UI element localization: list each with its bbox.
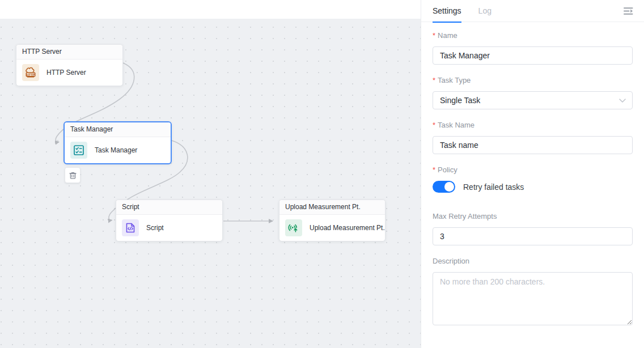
tab-log[interactable]: Log [478, 0, 492, 22]
node-label: Script [146, 224, 164, 232]
required-asterisk: * [433, 31, 435, 40]
task-type-label: *Task Type [433, 76, 633, 84]
description-label: Description [433, 257, 633, 265]
svg-text:HTTP: HTTP [27, 73, 35, 77]
settings-form: *Name *Task Type Single Task *Task Name [421, 22, 644, 348]
node-title: Task Manager [65, 122, 171, 137]
policy-label: *Policy [433, 165, 633, 174]
settings-panel: Settings Log *Name *Task Typ [421, 0, 644, 348]
required-asterisk: * [433, 121, 435, 129]
canvas-toolbar-strip [0, 0, 421, 19]
field-description: Description [433, 257, 633, 328]
node-title: Script [116, 200, 222, 215]
max-retry-attempts-label: Max Retry Attempts [433, 212, 633, 220]
field-task-type: *Task Type Single Task [433, 76, 633, 109]
field-task-name: *Task Name [433, 121, 633, 154]
trash-icon [69, 171, 77, 180]
node-label: Upload Measurement Pt. [310, 224, 385, 232]
node-http-server[interactable]: HTTP Server HTTP HTTP Server [16, 44, 123, 86]
max-retry-attempts-input[interactable] [433, 227, 633, 245]
collapse-panel-icon [624, 7, 634, 15]
node-task-manager[interactable]: Task Manager Task Manager [63, 121, 172, 164]
tab-settings[interactable]: Settings [433, 0, 461, 22]
retry-failed-tasks-label: Retry failed tasks [463, 183, 524, 192]
http-server-icon: HTTP [22, 64, 39, 81]
task-type-selected-value: Single Task [440, 96, 480, 105]
retry-failed-tasks-toggle[interactable] [433, 181, 455, 193]
required-asterisk: * [433, 165, 435, 174]
name-input[interactable] [433, 46, 633, 65]
description-textarea[interactable] [433, 272, 633, 325]
node-title: HTTP Server [16, 45, 122, 60]
field-name: *Name [433, 31, 633, 65]
app-root: HTTP Server HTTP HTTP Server Task Manage… [0, 0, 644, 348]
panel-tab-bar: Settings Log [421, 0, 644, 22]
task-name-input[interactable] [433, 136, 633, 154]
delete-node-button[interactable] [65, 167, 80, 183]
chevron-down-icon [619, 99, 626, 103]
node-upload-measurement[interactable]: Upload Measurement Pt. Upload Measuremen… [279, 200, 385, 241]
node-label: HTTP Server [46, 69, 86, 77]
collapse-panel-button[interactable] [624, 7, 634, 15]
task-manager-icon [70, 142, 87, 159]
required-asterisk: * [433, 76, 435, 84]
node-label: Task Manager [95, 146, 137, 154]
toggle-knob [444, 182, 454, 192]
field-max-retry-attempts: Max Retry Attempts [433, 212, 633, 245]
node-title: Upload Measurement Pt. [279, 200, 385, 215]
task-name-label: *Task Name [433, 121, 633, 129]
field-policy: *Policy Retry failed tasks [433, 165, 633, 193]
upload-measurement-icon [285, 219, 302, 236]
node-script[interactable]: Script Script [116, 200, 223, 241]
name-label: *Name [433, 31, 633, 40]
task-type-select[interactable]: Single Task [433, 91, 633, 109]
flow-canvas[interactable]: HTTP Server HTTP HTTP Server Task Manage… [0, 0, 421, 348]
script-icon [122, 219, 139, 236]
